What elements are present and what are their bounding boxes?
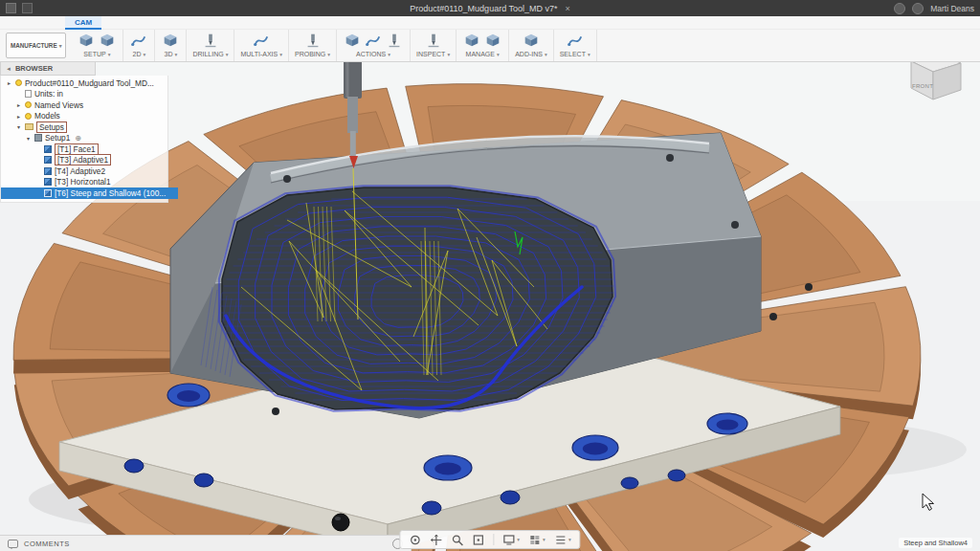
chevron-down-icon: ▾ <box>447 52 450 57</box>
zoom-icon[interactable] <box>451 534 463 546</box>
app-grid-icon[interactable] <box>22 3 33 13</box>
browser-header[interactable]: ◄ BROWSER <box>0 61 96 76</box>
toolpath-icon <box>44 145 52 153</box>
toolpath-icon <box>44 156 52 164</box>
collapse-panel-icon[interactable]: ◄ <box>6 66 11 72</box>
active-operation-status: Steep and Shallow4 <box>899 538 972 548</box>
chevron-down-icon: ▾ <box>388 52 390 57</box>
pan-icon[interactable] <box>430 534 442 546</box>
browser-row-units[interactable]: Units: in <box>1 89 167 100</box>
chevron-down-icon: ▾ <box>497 52 500 57</box>
2d-milling-icon[interactable] <box>129 31 148 50</box>
browser-panel: ◄ BROWSER ▸ Product#0110_Mudguard Tool_M… <box>0 61 168 203</box>
visibility-bulb-icon[interactable] <box>25 113 32 120</box>
browser-row-horizontal1[interactable]: [T3] Horizontal1 <box>1 177 167 188</box>
simulate-icon[interactable] <box>343 31 362 50</box>
select-icon[interactable] <box>566 31 585 50</box>
browser-row-adaptive1[interactable]: [T3] Adaptive1 <box>1 155 167 166</box>
collapse-icon[interactable]: ▾ <box>15 123 22 130</box>
measure-icon[interactable] <box>424 31 443 50</box>
toolbar-group-drilling: DRILLING▾ <box>187 30 234 61</box>
tab-cam[interactable]: CAM <box>65 16 101 30</box>
close-document-icon[interactable]: × <box>566 4 570 13</box>
chevron-down-icon: ▾ <box>543 537 546 542</box>
chevron-down-icon: ▾ <box>108 52 111 57</box>
browser-tree: ▸ Product#0110_Mudguard Tool_MD... Units… <box>0 76 168 203</box>
workspace-selector[interactable]: MANUFACTURE ▾ <box>6 33 66 58</box>
chevron-down-icon: ▾ <box>143 52 145 57</box>
toolbar: CAM MANUFACTURE ▾ SETUP▾ 2D▾ 3D▾ <box>0 16 980 62</box>
toolpath-cavity[interactable] <box>201 168 615 411</box>
active-setup-icon: ⊕ <box>75 134 81 143</box>
document-tabstrip: CAM <box>0 16 980 30</box>
browser-row-setup1[interactable]: ▾ Setup1 ⊕ <box>1 133 167 144</box>
viewcube-face-label: FRONT <box>912 83 933 89</box>
browser-row-models[interactable]: ▸ Models <box>1 111 167 122</box>
stock-icon[interactable] <box>98 31 117 50</box>
toolbar-group-2d: 2D▾ <box>123 30 155 61</box>
tool-library-icon[interactable] <box>462 31 481 50</box>
toolpath-icon <box>44 178 52 186</box>
chevron-down-icon: ▾ <box>517 537 520 542</box>
browser-row-adaptive2[interactable]: [T4] Adaptive2 <box>1 165 167 177</box>
drilling-icon[interactable] <box>201 31 220 50</box>
grid-settings-icon[interactable]: ▾ <box>528 534 546 546</box>
3d-milling-icon[interactable] <box>161 31 180 50</box>
multi-axis-icon[interactable] <box>252 31 271 50</box>
chevron-down-icon: ▾ <box>59 43 62 49</box>
viewports-icon[interactable]: ▾ <box>554 534 571 546</box>
chevron-down-icon: ▾ <box>226 52 229 57</box>
toolpath-icon <box>44 167 52 175</box>
fit-view-icon[interactable] <box>472 534 484 546</box>
setup-sheet-icon[interactable] <box>385 31 404 50</box>
toolbar-group-3d: 3D▾ <box>155 30 187 61</box>
orbit-icon[interactable] <box>409 534 421 546</box>
visibility-bulb-icon[interactable] <box>25 101 32 108</box>
visibility-bulb-icon[interactable] <box>15 79 22 86</box>
browser-row-setups[interactable]: ▾ Setups <box>1 121 167 133</box>
app-window-icon[interactable] <box>6 3 16 13</box>
view-navigation-bar: ▾ ▾ ▾ <box>399 530 580 549</box>
probing-icon[interactable] <box>303 31 323 50</box>
toolbar-group-select: SELECT▾ <box>554 30 597 61</box>
chevron-down-icon: ▾ <box>545 52 547 57</box>
browser-row-steep-and-shallow4[interactable]: [T6] Steep and Shallow4 (100... <box>1 187 178 199</box>
toolbar-group-inspect: INSPECT▾ <box>411 30 457 61</box>
expand-icon[interactable]: ▸ <box>6 79 12 86</box>
scripts-addins-icon[interactable] <box>522 31 541 50</box>
browser-row-face1[interactable]: [T1] Face1 <box>1 143 167 155</box>
chevron-down-icon: ▾ <box>279 52 282 57</box>
chevron-down-icon: ▾ <box>568 537 571 542</box>
toolpath-icon <box>44 189 52 197</box>
toolbar-group-setup: SETUP▾ <box>71 30 123 61</box>
setups-folder-icon <box>25 123 33 130</box>
task-manager-icon[interactable] <box>483 31 502 50</box>
post-process-icon[interactable] <box>364 31 383 50</box>
display-settings-icon[interactable]: ▾ <box>502 534 520 546</box>
setup-icon[interactable] <box>77 31 96 50</box>
toolbar-group-actions: ACTIONS▾ <box>337 30 411 61</box>
expand-icon[interactable]: ▸ <box>15 113 22 120</box>
extensions-icon[interactable] <box>894 3 905 14</box>
user-name[interactable]: Marti Deans <box>930 4 974 13</box>
document-title: Product#0110_Mudguard Tool_MD v7* <box>410 4 557 13</box>
toolbar-group-multi-axis: MULTI-AXIS▾ <box>234 30 289 61</box>
chevron-down-icon: ▾ <box>174 52 177 57</box>
browser-row-named-views[interactable]: ▸ Named Views <box>1 99 167 111</box>
toolbar-group-add-ins: ADD-INS▾ <box>509 30 554 61</box>
browser-row-product[interactable]: ▸ Product#0110_Mudguard Tool_MD... <box>1 77 167 89</box>
expand-icon[interactable]: ▸ <box>15 101 22 108</box>
app-window: ⌂ Z FRONT Product#0110_Mudguard Tool_MD … <box>0 0 980 551</box>
comment-bubble-icon <box>8 540 18 548</box>
toolbar-group-manage: MANAGE▾ <box>457 30 509 61</box>
units-icon <box>25 90 32 98</box>
titlebar: Product#0110_Mudguard Tool_MD v7* × Mart… <box>0 0 980 16</box>
chevron-down-icon: ▾ <box>327 52 330 57</box>
notifications-icon[interactable] <box>912 3 924 14</box>
toolbar-group-probing: PROBING▾ <box>289 30 337 61</box>
divider <box>493 534 494 545</box>
comments-bar[interactable]: COMMENTS <box>0 535 412 551</box>
setup-icon <box>34 134 42 142</box>
collapse-icon[interactable]: ▾ <box>25 135 32 142</box>
chevron-down-icon: ▾ <box>588 52 590 57</box>
